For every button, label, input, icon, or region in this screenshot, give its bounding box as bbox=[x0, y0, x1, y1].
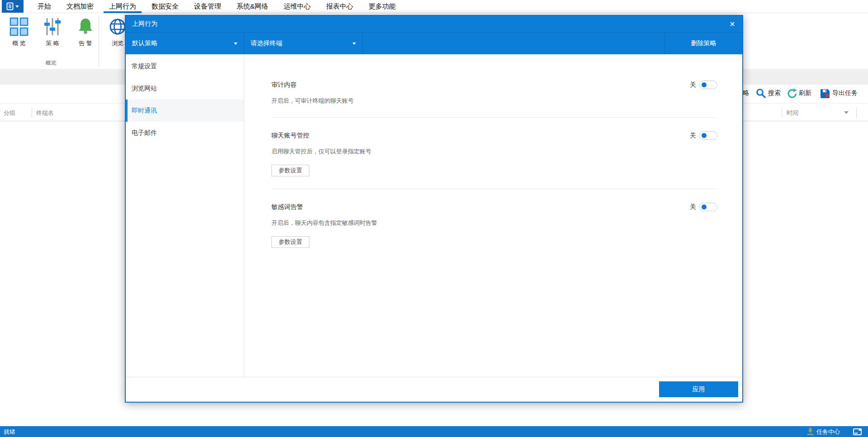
setting-row-chat-account-control: 聊天账号管控 关 启用聊天管控后，仅可以登录指定账号 参数设置 bbox=[271, 118, 717, 189]
close-icon[interactable]: ✕ bbox=[722, 16, 742, 33]
toggle-knob bbox=[702, 204, 707, 209]
toggle-knob bbox=[702, 133, 707, 138]
partial-policy-label[interactable]: 略 bbox=[743, 89, 749, 97]
screen: 开始 文档加密 上网行为 数据安全 设备管理 系统&网络 运维中心 报表中心 更… bbox=[0, 0, 868, 437]
terminal-select-value: 请选择终端 bbox=[251, 39, 282, 48]
sensitive-word-alert-toggle[interactable]: 关 bbox=[690, 203, 717, 211]
policy-bar-spacer bbox=[363, 33, 664, 54]
chevron-down-icon bbox=[234, 43, 237, 45]
toggle-state-label: 关 bbox=[690, 81, 696, 89]
toggle-knob bbox=[702, 82, 707, 87]
terminal-select-dropdown[interactable]: 请选择终端 bbox=[244, 33, 363, 54]
internet-behavior-dialog: 上网行为 ✕ 默认策略 请选择终端 删除策略 常规设置 浏览网站 即时通讯 电子… bbox=[125, 15, 743, 403]
dialog-body: 常规设置 浏览网站 即时通讯 电子邮件 审计内容 关 开启后，可审计终端的聊天账… bbox=[126, 54, 742, 377]
sidebar-item-instant-messaging[interactable]: 即时通讯 bbox=[126, 100, 244, 122]
task-center-button[interactable]: 任务中心 bbox=[816, 428, 840, 436]
refresh-icon[interactable] bbox=[787, 88, 797, 100]
ribbon-button-policy[interactable]: 策 略 bbox=[38, 17, 67, 48]
toggle-switch[interactable] bbox=[699, 81, 717, 89]
ribbon-button-label: 概 览 bbox=[4, 39, 34, 48]
ribbon-button-overview[interactable]: 概 览 bbox=[4, 17, 34, 48]
download-arrow-icon[interactable] bbox=[806, 428, 814, 437]
ribbon-button-label: 策 略 bbox=[38, 39, 67, 48]
delete-policy-button[interactable]: 删除策略 bbox=[664, 33, 742, 54]
ribbon-group-label: 概览 bbox=[0, 59, 102, 67]
column-header-group: 分组 bbox=[4, 109, 15, 117]
tab-report-center[interactable]: 报表中心 bbox=[318, 0, 361, 13]
setting-description: 开启后，可审计终端的聊天账号 bbox=[271, 97, 717, 105]
policy-sliders-icon bbox=[43, 17, 62, 36]
toggle-switch[interactable] bbox=[699, 203, 717, 211]
tab-start[interactable]: 开始 bbox=[30, 0, 59, 13]
status-ready-label: 就绪 bbox=[4, 428, 15, 436]
setting-title: 审计内容 bbox=[271, 81, 297, 89]
setting-row-sensitive-word-alert: 敏感词告警 关 开启后，聊天内容包含指定敏感词时告警 参数设置 bbox=[271, 189, 717, 260]
dialog-sidebar: 常规设置 浏览网站 即时通讯 电子邮件 bbox=[126, 54, 244, 377]
search-icon[interactable] bbox=[756, 88, 766, 100]
setting-title: 敏感词告警 bbox=[271, 203, 303, 211]
search-button[interactable]: 搜索 bbox=[768, 89, 781, 97]
alert-bell-icon bbox=[76, 17, 95, 36]
tab-doc-encryption[interactable]: 文档加密 bbox=[59, 0, 101, 13]
sidebar-item-browse-websites[interactable]: 浏览网站 bbox=[126, 77, 244, 100]
refresh-button[interactable]: 刷新 bbox=[799, 89, 811, 97]
setting-description: 开启后，聊天内容包含指定敏感词时告警 bbox=[271, 219, 717, 227]
parameter-settings-button[interactable]: 参数设置 bbox=[271, 236, 309, 248]
sidebar-item-general-settings[interactable]: 常规设置 bbox=[126, 55, 244, 77]
column-header-time: 时间 bbox=[787, 109, 798, 117]
chevron-down-icon bbox=[352, 43, 356, 45]
overview-grid-icon bbox=[9, 17, 28, 36]
column-header-terminal-name: 终端名 bbox=[36, 109, 54, 117]
column-divider bbox=[856, 107, 857, 118]
tab-ops-center[interactable]: 运维中心 bbox=[276, 0, 318, 13]
column-filter-chevron-icon[interactable] bbox=[844, 111, 849, 114]
dialog-policy-bar: 默认策略 请选择终端 删除策略 bbox=[126, 33, 742, 54]
policy-select-dropdown[interactable]: 默认策略 bbox=[126, 33, 244, 54]
parameter-settings-button[interactable]: 参数设置 bbox=[271, 165, 309, 176]
audit-content-toggle[interactable]: 关 bbox=[690, 81, 717, 89]
menu-tabs: 开始 文档加密 上网行为 数据安全 设备管理 系统&网络 运维中心 报表中心 更… bbox=[30, 0, 403, 13]
dialog-footer: 应用 bbox=[126, 377, 742, 402]
dialog-title: 上网行为 bbox=[126, 20, 157, 28]
menu-bar: 开始 文档加密 上网行为 数据安全 设备管理 系统&网络 运维中心 报表中心 更… bbox=[0, 0, 868, 13]
task-window-icon[interactable] bbox=[853, 428, 862, 437]
tab-more-features[interactable]: 更多功能 bbox=[361, 0, 403, 13]
toggle-switch[interactable] bbox=[699, 131, 717, 140]
policy-select-value: 默认策略 bbox=[132, 39, 157, 48]
setting-row-audit-content: 审计内容 关 开启后，可审计终端的聊天账号 bbox=[271, 67, 717, 118]
browse-globe-icon bbox=[108, 17, 127, 36]
app-menu-button[interactable] bbox=[2, 0, 24, 13]
ribbon-button-label: 告 警 bbox=[71, 39, 100, 48]
tab-data-security[interactable]: 数据安全 bbox=[144, 0, 186, 13]
chevron-down-icon bbox=[15, 5, 19, 8]
settings-panel: 审计内容 关 开启后，可审计终端的聊天账号 聊天账号管控 关 bbox=[244, 54, 742, 377]
toggle-state-label: 关 bbox=[690, 132, 696, 140]
chat-account-control-toggle[interactable]: 关 bbox=[690, 131, 717, 140]
sidebar-item-email[interactable]: 电子邮件 bbox=[126, 122, 244, 144]
apply-button[interactable]: 应用 bbox=[659, 381, 738, 397]
column-divider bbox=[782, 107, 782, 118]
tab-internet-behavior[interactable]: 上网行为 bbox=[101, 0, 144, 13]
dialog-titlebar: 上网行为 ✕ bbox=[126, 16, 742, 33]
tab-device-management[interactable]: 设备管理 bbox=[186, 0, 229, 13]
column-divider bbox=[32, 107, 32, 118]
status-bar: 就绪 任务中心 bbox=[0, 426, 868, 437]
setting-description: 启用聊天管控后，仅可以登录指定账号 bbox=[271, 147, 717, 156]
export-task-icon[interactable] bbox=[820, 88, 830, 100]
export-task-button[interactable]: 导出任务 bbox=[832, 89, 858, 97]
toggle-state-label: 关 bbox=[690, 203, 696, 211]
ribbon-button-alert[interactable]: 告 警 bbox=[71, 17, 100, 48]
setting-title: 聊天账号管控 bbox=[271, 132, 309, 140]
tab-system-network[interactable]: 系统&网络 bbox=[229, 0, 276, 13]
app-menu-icon bbox=[6, 2, 14, 10]
